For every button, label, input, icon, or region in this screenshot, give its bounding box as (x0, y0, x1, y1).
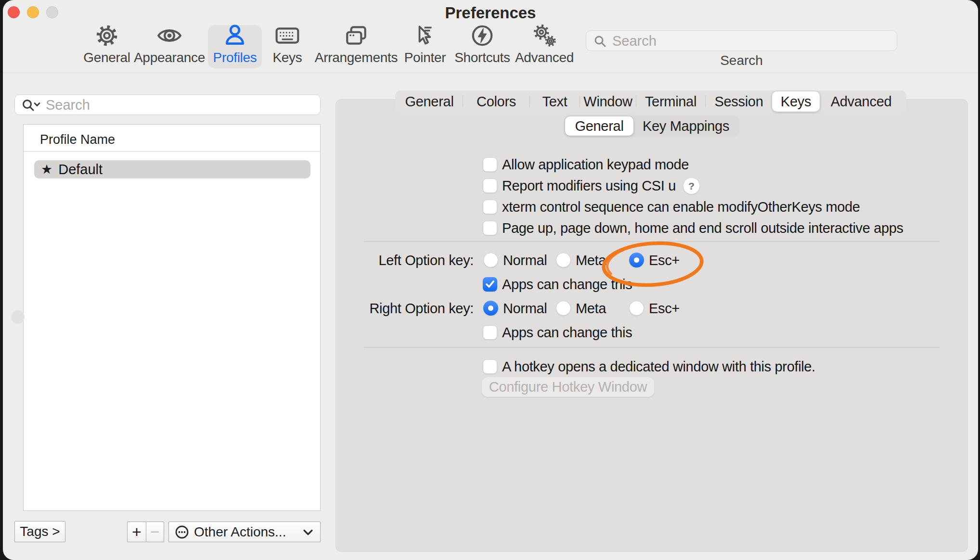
other-actions-dropdown[interactable]: Other Actions... (168, 522, 321, 542)
toolbar-separator (3, 73, 978, 73)
left-option-row: Left Option key: Normal Meta Esc+ (336, 251, 967, 270)
tab-text[interactable]: Text (530, 91, 580, 112)
checkbox-row: Allow application keypad mode (336, 155, 967, 174)
profile-list: Profile Name ★ Default (23, 124, 321, 511)
keys-settings-panel: Allow application keypad mode Report mod… (335, 99, 968, 552)
sidebar-edge-dot (11, 310, 25, 324)
checkmark-icon (485, 280, 495, 289)
toolbar-search-input[interactable] (611, 32, 892, 50)
right-apps-change-checkbox[interactable] (483, 325, 497, 340)
right-option-row: Right Option key: Normal Meta Esc+ (336, 299, 967, 318)
tab-general[interactable]: General (396, 91, 463, 112)
radio-label: Normal (503, 299, 547, 318)
allow-keypad-checkbox[interactable] (483, 157, 497, 172)
profile-tab-bar: General Colors Text Window Terminal Sess… (395, 90, 906, 113)
checkbox-row: Report modifiers using CSI u ? (336, 176, 967, 195)
checkbox-label: Apps can change this (502, 275, 632, 294)
radio-label: Meta (576, 251, 606, 270)
left-option-esc-radio[interactable] (629, 253, 644, 267)
toolbar-item-advanced[interactable]: Advanced (502, 23, 587, 69)
profile-name: Default (58, 162, 103, 178)
gears-icon (532, 23, 557, 48)
gear-icon (94, 23, 119, 48)
page-scroll-checkbox[interactable] (483, 221, 497, 235)
star-icon: ★ (41, 162, 52, 177)
left-option-label: Left Option key: (336, 251, 474, 270)
ellipsis-circle-icon (175, 525, 189, 539)
tab-advanced[interactable]: Advanced (820, 91, 903, 112)
minus-icon: − (150, 522, 160, 541)
checkbox-row: xterm control sequence can enable modify… (336, 197, 967, 216)
keyboard-icon (275, 23, 300, 48)
left-option-meta-radio[interactable] (556, 253, 571, 267)
toolbar-search-label: Search (586, 53, 897, 68)
checkbox-label: Report modifiers using CSI u (502, 176, 676, 195)
checkbox-label: A hotkey opens a dedicated window with t… (502, 357, 815, 376)
toolbar-label: Advanced (502, 50, 587, 65)
bolt-circle-icon (470, 23, 495, 48)
magnifier-icon (594, 35, 606, 48)
subtab-key-mappings[interactable]: Key Mappings (633, 116, 738, 136)
right-apps-change-row: Apps can change this (336, 323, 967, 342)
right-option-label: Right Option key: (336, 299, 474, 318)
list-header-divider (24, 151, 320, 152)
add-profile-button[interactable]: + (127, 522, 146, 542)
radio-label: Normal (503, 251, 547, 270)
left-option-normal-radio[interactable] (483, 253, 498, 267)
eye-icon (157, 23, 182, 48)
profile-search-input[interactable] (45, 96, 316, 114)
subtab-general[interactable]: General (565, 116, 633, 136)
tab-colors[interactable]: Colors (463, 91, 529, 112)
checkbox-label: Apps can change this (502, 323, 632, 342)
tab-session[interactable]: Session (706, 91, 772, 112)
profile-search-field[interactable] (14, 94, 321, 115)
person-icon (222, 23, 247, 48)
remove-profile-button[interactable]: − (146, 522, 164, 542)
window-title: Preferences (3, 4, 978, 22)
tags-button-label: Tags > (20, 524, 60, 539)
help-button[interactable]: ? (683, 178, 700, 194)
modify-other-keys-checkbox[interactable] (483, 200, 497, 214)
section-divider (364, 241, 940, 242)
toolbar-search-field[interactable] (586, 30, 897, 51)
right-option-esc-radio[interactable] (629, 301, 644, 316)
radio-label: Esc+ (649, 299, 680, 318)
checkbox-label: Allow application keypad mode (502, 155, 689, 174)
preferences-window: Preferences General Appearance Profiles (3, 0, 978, 560)
checkbox-label: xterm control sequence can enable modify… (502, 197, 860, 216)
other-actions-label: Other Actions... (194, 524, 286, 540)
profile-row-default[interactable]: ★ Default (34, 160, 310, 178)
tab-terminal[interactable]: Terminal (636, 91, 705, 112)
profile-list-header: Profile Name (40, 132, 115, 147)
hotkey-row: A hotkey opens a dedicated window with t… (336, 357, 967, 376)
chevron-down-icon (303, 529, 313, 536)
keys-subtab-bar: General Key Mappings (564, 115, 739, 137)
tab-window[interactable]: Window (580, 91, 636, 112)
radio-label: Esc+ (649, 251, 680, 270)
checkbox-label: Page up, page down, home and end scroll … (502, 218, 903, 238)
left-apps-change-row: Apps can change this (336, 275, 967, 294)
left-apps-change-checkbox[interactable] (483, 277, 497, 292)
radio-label: Meta (576, 299, 606, 318)
right-option-normal-radio[interactable] (483, 301, 498, 316)
magnifier-chevron-icon (22, 99, 42, 112)
csi-u-checkbox[interactable] (483, 178, 497, 193)
checkbox-row: Page up, page down, home and end scroll … (336, 218, 967, 238)
configure-hotkey-window-label: Configure Hotkey Window (489, 379, 647, 395)
plus-icon: + (132, 522, 142, 541)
right-option-meta-radio[interactable] (556, 301, 571, 316)
tags-button[interactable]: Tags > (14, 521, 65, 542)
configure-hotkey-window-button[interactable]: Configure Hotkey Window (482, 377, 654, 397)
section-divider (364, 347, 940, 348)
tab-keys[interactable]: Keys (772, 91, 820, 112)
windows-icon (344, 23, 369, 48)
cursor-icon (413, 23, 438, 48)
hotkey-checkbox[interactable] (483, 359, 497, 374)
